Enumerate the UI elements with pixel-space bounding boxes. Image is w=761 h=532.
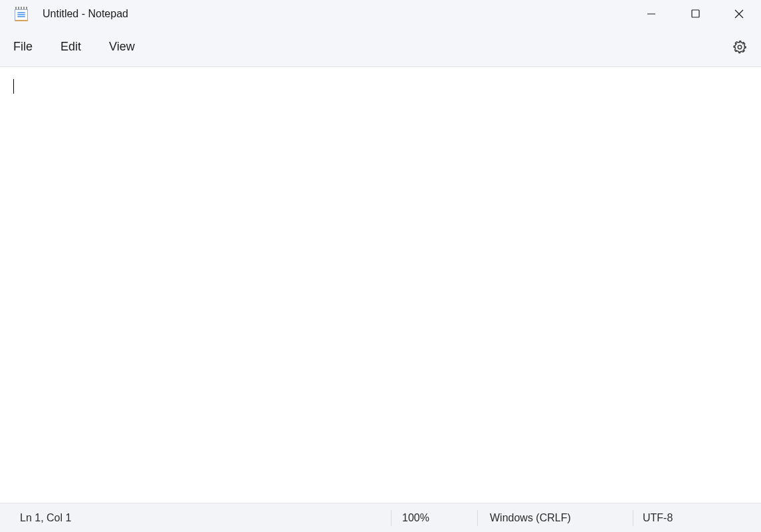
status-position: Ln 1, Col 1 — [0, 512, 391, 524]
menus: File Edit View — [4, 35, 154, 59]
text-caret — [13, 79, 14, 94]
titlebar: Untitled - Notepad — [0, 0, 761, 27]
window-title: Untitled - Notepad — [43, 8, 128, 20]
status-line-ending[interactable]: Windows (CRLF) — [477, 510, 633, 526]
status-encoding[interactable]: UTF-8 — [633, 510, 761, 526]
notepad-icon — [15, 7, 28, 21]
status-zoom[interactable]: 100% — [391, 510, 477, 526]
close-button[interactable] — [717, 0, 761, 27]
minimize-icon — [647, 9, 656, 19]
gear-icon — [732, 40, 747, 54]
minimize-button[interactable] — [629, 0, 673, 27]
menu-file[interactable]: File — [4, 35, 42, 59]
maximize-button[interactable] — [673, 0, 717, 27]
svg-rect-1 — [692, 10, 699, 17]
close-icon — [734, 9, 744, 19]
menubar: File Edit View — [0, 27, 761, 67]
svg-point-4 — [738, 45, 742, 49]
window-controls — [629, 0, 761, 27]
menu-view[interactable]: View — [100, 35, 144, 59]
titlebar-left: Untitled - Notepad — [0, 7, 128, 21]
menu-edit[interactable]: Edit — [51, 35, 90, 59]
statusbar: Ln 1, Col 1 100% Windows (CRLF) UTF-8 — [0, 503, 761, 532]
settings-button[interactable] — [728, 35, 752, 59]
editor-area[interactable] — [0, 67, 761, 503]
maximize-icon — [691, 9, 700, 18]
